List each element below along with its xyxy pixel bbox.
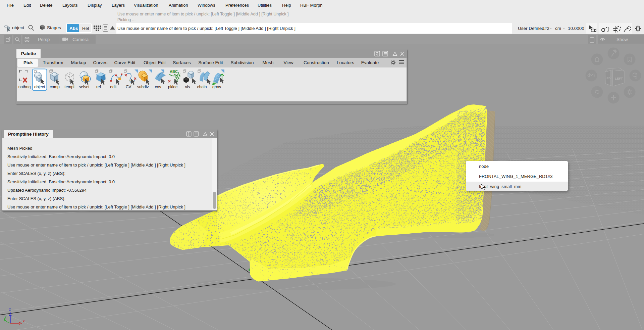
svg-text:Camera: Camera <box>72 37 89 42</box>
svg-text:LEFT: LEFT <box>615 77 623 80</box>
svg-text:z: z <box>9 307 11 311</box>
svg-text:edit: edit <box>110 85 117 89</box>
svg-text:grow: grow <box>212 85 221 89</box>
svg-text:Surfaces: Surfaces <box>173 60 191 65</box>
svg-text:Surface Edit: Surface Edit <box>198 60 223 65</box>
svg-text:ABC: ABC <box>170 69 178 74</box>
svg-text:Stages: Stages <box>47 25 61 30</box>
svg-text:templ: templ <box>64 85 74 89</box>
svg-text:selset: selset <box>79 85 90 89</box>
svg-text:cos: cos <box>155 85 161 89</box>
svg-text:FRO: FRO <box>606 76 611 80</box>
svg-text:Curves: Curves <box>93 60 108 65</box>
svg-text:View: View <box>283 60 293 65</box>
svg-text:Object Edit: Object Edit <box>144 60 166 65</box>
svg-text:Construction: Construction <box>304 60 329 65</box>
svg-text:cm: cm <box>555 26 561 31</box>
svg-text:vis: vis <box>185 85 190 89</box>
svg-text:-: - <box>550 26 552 31</box>
svg-text:object: object <box>12 25 24 30</box>
svg-text:Locators: Locators <box>337 60 354 65</box>
svg-text:10.0000: 10.0000 <box>568 26 584 31</box>
svg-text:subdiv: subdiv <box>137 85 149 89</box>
svg-text:Persp: Persp <box>38 37 50 42</box>
svg-text:ref: ref <box>96 85 101 89</box>
svg-text:Show: Show <box>616 37 628 42</box>
svg-text:Transform: Transform <box>43 60 63 65</box>
svg-text:object: object <box>34 85 45 89</box>
svg-text:Evaluate: Evaluate <box>361 60 379 65</box>
svg-text:Rel: Rel <box>82 26 89 31</box>
svg-text:User Defined#2: User Defined#2 <box>518 26 549 31</box>
svg-text:pkloc: pkloc <box>168 85 177 89</box>
svg-text:Pick: Pick <box>23 60 33 65</box>
svg-text:y: y <box>5 314 7 318</box>
svg-text:-: - <box>563 26 565 31</box>
svg-text:Curve Edit: Curve Edit <box>114 60 135 65</box>
svg-text:x: x <box>23 319 25 323</box>
svg-text:comp: comp <box>50 85 60 89</box>
svg-text:chain: chain <box>197 85 207 89</box>
svg-text:Markup: Markup <box>71 60 86 65</box>
svg-text:Mesh: Mesh <box>262 60 273 65</box>
svg-text:Subdivision: Subdivision <box>230 60 254 65</box>
svg-text:Abs: Abs <box>69 26 78 31</box>
svg-text:CV: CV <box>126 85 131 89</box>
svg-text:nothng: nothng <box>18 85 31 89</box>
